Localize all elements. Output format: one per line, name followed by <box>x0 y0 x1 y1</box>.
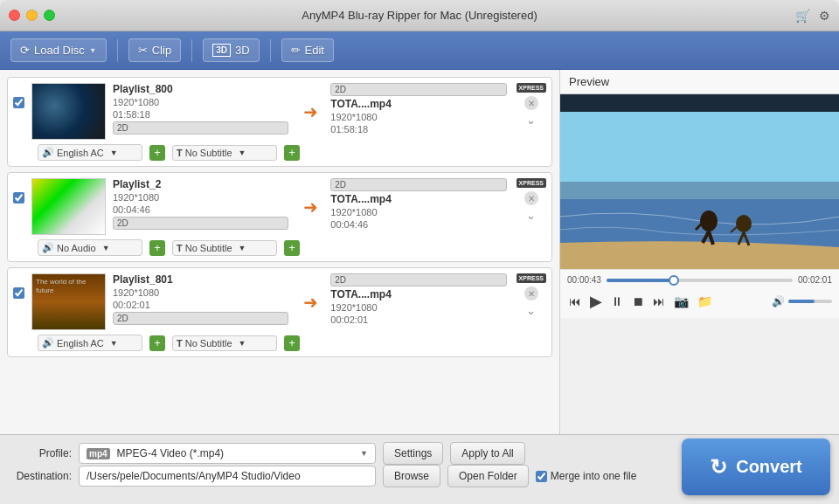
item-3-format-in: 2D <box>113 312 288 325</box>
item-1-res-in: 1920*1080 <box>113 97 291 107</box>
dropdown-arrow: ▼ <box>89 46 97 55</box>
volume-container: 🔊 <box>772 295 832 307</box>
item-2-arrow: ➜ <box>303 197 318 217</box>
item-2-format-out: 2D <box>330 178 506 191</box>
item-2-add-audio-button[interactable]: + <box>149 240 165 256</box>
item-2-format-in: 2D <box>113 217 288 230</box>
merge-checkbox-container: Merge into one file <box>536 470 637 482</box>
browse-button[interactable]: Browse <box>383 465 440 487</box>
item-1-add-subtitle-button[interactable]: + <box>284 145 300 161</box>
item-2-audio-select[interactable]: 🔊 No Audio ▼ <box>38 239 142 256</box>
item-1-controls: XPRESS ✕ ⌄ <box>517 83 546 127</box>
3d-button[interactable]: 3D 3D <box>203 38 259 62</box>
screenshot-button[interactable]: 📷 <box>672 293 690 310</box>
item-3-subtitle-select[interactable]: T No Subtitle ▼ <box>172 335 277 351</box>
item-2-output-name: TOTA....mp4 <box>330 193 509 205</box>
item-2-output: 2D TOTA....mp4 1920*1080 00:04:46 <box>330 178 509 230</box>
item-1-expand-button[interactable]: ⌄ <box>526 114 536 127</box>
item-3-close-button[interactable]: ✕ <box>524 287 538 300</box>
item-3-audio-select[interactable]: 🔊 English AC ▼ <box>38 335 142 351</box>
playlist-item-1: Playlist_800 1920*1080 01:58:18 2D ➜ 2D … <box>7 77 552 167</box>
preview-title: Preview <box>560 70 839 94</box>
subtitle-dropdown-arrow-2: ▼ <box>239 244 246 252</box>
item-1-xpress: XPRESS <box>517 83 546 93</box>
item-1-audio-select[interactable]: 🔊 English AC ▼ <box>38 144 142 161</box>
progress-track[interactable] <box>607 279 793 282</box>
next-button[interactable]: ⏭ <box>651 293 667 310</box>
item-1-close-button[interactable]: ✕ <box>524 96 538 110</box>
item-2-res-in: 1920*1080 <box>113 192 291 203</box>
merge-checkbox[interactable] <box>536 471 547 482</box>
stop-button[interactable]: ⏹ <box>630 293 646 310</box>
item-2-dur-in: 00:04:46 <box>113 204 291 215</box>
close-button[interactable] <box>9 10 20 21</box>
svg-rect-1 <box>560 94 839 112</box>
toolbar-divider-3 <box>270 39 271 62</box>
open-folder-button[interactable]: 📁 <box>696 293 714 310</box>
item-1-top: Playlist_800 1920*1080 01:58:18 2D ➜ 2D … <box>13 83 546 140</box>
item-3-res-in: 1920*1080 <box>113 287 291 298</box>
playlist-item-3: The world of the future Playlist_801 192… <box>7 267 552 357</box>
prev-button[interactable]: ⏮ <box>567 293 583 310</box>
item-1-checkbox[interactable] <box>13 97 24 108</box>
item-1-add-audio-button[interactable]: + <box>149 145 165 161</box>
item-2-top: Playlist_2 1920*1080 00:04:46 2D ➜ 2D TO… <box>13 178 546 235</box>
destination-input[interactable]: /Users/pele/Documents/AnyMP4 Studio/Vide… <box>79 466 376 487</box>
item-2-add-subtitle-button[interactable]: + <box>284 240 300 256</box>
preview-svg <box>560 94 839 269</box>
load-disc-button[interactable]: ⟳ Load Disc ▼ <box>10 38 107 62</box>
profile-dropdown-arrow: ▼ <box>360 449 368 458</box>
progress-bar-container: 00:00:43 00:02:01 <box>567 275 832 285</box>
item-3-add-audio-button[interactable]: + <box>149 335 165 351</box>
item-3-output: 2D TOTA....mp4 1920*1080 00:02:01 <box>330 273 509 325</box>
settings-button[interactable]: Settings <box>383 442 443 465</box>
item-2-subtitle-select[interactable]: T No Subtitle ▼ <box>172 240 277 256</box>
play-button[interactable]: ▶ <box>588 290 604 313</box>
item-2-controls: XPRESS ✕ ⌄ <box>517 178 546 222</box>
progress-thumb[interactable] <box>669 275 679 286</box>
item-2-expand-button[interactable]: ⌄ <box>526 209 536 222</box>
clip-icon: ✂ <box>138 44 148 57</box>
item-3-res-out: 1920*1080 <box>330 302 509 313</box>
settings-icon[interactable]: ⚙ <box>819 9 830 23</box>
toolbar: ⟳ Load Disc ▼ ✂ Clip 3D 3D ✏ Edit <box>0 31 839 70</box>
subtitle-icon-2: T <box>177 243 183 253</box>
item-3-expand-button[interactable]: ⌄ <box>526 304 536 317</box>
maximize-button[interactable] <box>44 10 55 21</box>
pause-button[interactable]: ⏸ <box>609 293 625 310</box>
subtitle-icon-3: T <box>177 338 183 349</box>
convert-button[interactable]: ↻ Convert <box>682 438 830 495</box>
item-1-bottom: 🔊 English AC ▼ + T No Subtitle ▼ + <box>38 144 546 161</box>
item-3-dur-out: 00:02:01 <box>330 314 509 325</box>
title-bar: AnyMP4 Blu-ray Ripper for Mac (Unregiste… <box>0 0 839 31</box>
item-1-res-out: 1920*1080 <box>330 112 509 122</box>
edit-button[interactable]: ✏ Edit <box>281 38 334 62</box>
item-3-thumbnail: The world of the future <box>31 273 106 330</box>
item-3-checkbox[interactable] <box>13 287 24 299</box>
open-folder-btn[interactable]: Open Folder <box>447 465 529 487</box>
item-2-xpress: XPRESS <box>517 178 546 188</box>
item-1-subtitle-select[interactable]: T No Subtitle ▼ <box>172 145 277 161</box>
apply-to-all-button[interactable]: Apply to All <box>450 442 524 465</box>
volume-icon: 🔊 <box>772 295 785 307</box>
merge-label: Merge into one file <box>551 470 637 482</box>
clip-button[interactable]: ✂ Clip <box>128 38 181 62</box>
item-2-thumbnail <box>31 178 106 235</box>
audio-icon-3: 🔊 <box>42 337 54 349</box>
minimize-button[interactable] <box>26 10 38 21</box>
title-bar-icons: 🛒 ⚙ <box>795 9 830 23</box>
cart-icon[interactable]: 🛒 <box>795 9 810 23</box>
progress-fill <box>607 279 674 282</box>
svg-point-8 <box>736 215 752 232</box>
subtitle-icon: T <box>177 148 183 158</box>
edit-icon: ✏ <box>291 44 301 57</box>
item-3-add-subtitle-button[interactable]: + <box>284 335 300 351</box>
item-2-bottom: 🔊 No Audio ▼ + T No Subtitle ▼ + <box>38 239 546 256</box>
convert-label: Convert <box>736 457 802 477</box>
volume-track[interactable] <box>788 300 832 303</box>
item-2-checkbox[interactable] <box>13 192 24 204</box>
item-3-thumb-text: The world of the future <box>32 274 105 300</box>
profile-select[interactable]: mp4 MPEG-4 Video (*.mp4) ▼ <box>79 443 376 464</box>
item-2-close-button[interactable]: ✕ <box>524 191 538 205</box>
playlist-area[interactable]: Playlist_800 1920*1080 01:58:18 2D ➜ 2D … <box>0 70 559 434</box>
